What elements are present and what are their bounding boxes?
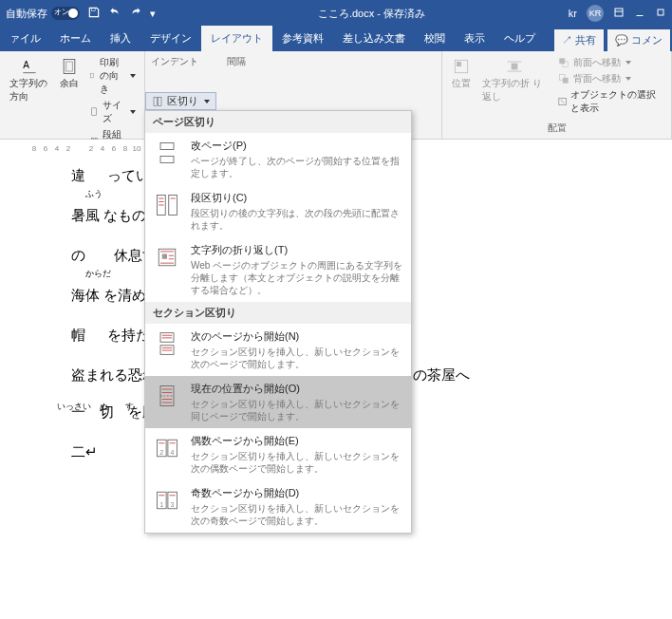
tab-review[interactable]: 校閲 [415,26,455,51]
next-page-section-item[interactable]: 次のページから開始(N)セクション区切りを挿入し、新しいセクションを次のページで… [145,324,411,376]
svg-rect-20 [160,143,174,150]
svg-text:1: 1 [159,501,163,508]
svg-rect-5 [66,62,73,71]
text-wrapping-break-item[interactable]: 文字列の折り返し(T)Web ページのオブジェクトの周囲にある文字列を分離します… [145,237,411,302]
user-avatar[interactable]: KR [587,5,604,22]
text-wrap-break-icon [153,243,181,272]
svg-rect-21 [160,157,174,163]
ribbon-tabs: ァイル ホーム 挿入 デザイン レイアウト 参考資料 差し込み文書 校閲 表示 … [0,27,672,51]
page-break-item[interactable]: 改ページ(P)ページが終了し、次のページが開始する位置を指定します。 [145,133,411,185]
odd-page-icon: 13 [153,486,181,515]
dropdown-header-page-breaks: ページ区切り [145,111,411,133]
size-button[interactable]: サイズ [86,98,139,126]
comment-button[interactable]: 💬 コメン [607,29,670,51]
odd-page-section-item[interactable]: 13 奇数ページから開始(D)セクション区切りを挿入し、新しいセクションを次の奇… [145,480,411,533]
tab-insert[interactable]: 挿入 [101,26,140,51]
svg-text:3: 3 [171,501,175,508]
redo-icon[interactable] [129,6,142,21]
svg-rect-6 [91,73,94,77]
breaks-dropdown: 区切り ページ区切り 改ページ(P)ページが終了し、次のページが開始する位置を指… [144,110,412,534]
svg-rect-11 [457,62,461,66]
tab-help[interactable]: ヘルプ [495,26,545,51]
position-button[interactable]: 位置 [448,55,475,116]
selection-pane-button[interactable]: オブジェクトの選択と表示 [554,87,665,116]
tab-file[interactable]: ァイル [0,26,50,51]
page-break-icon [153,139,181,167]
indent-label: インデント [151,55,198,68]
svg-rect-1 [615,9,623,16]
ribbon: A 文字列の 方向 余白 印刷の向き サイズ 段組み ページ設定 インデント 間… [0,51,672,140]
orientation-button[interactable]: 印刷の向き [86,55,139,97]
svg-rect-2 [658,9,663,15]
svg-rect-12 [512,64,518,70]
continuous-section-item[interactable]: 現在の位置から開始(O)セクション区切りを挿入し、新しいセクションを同じページで… [145,376,411,428]
maximize-icon[interactable] [655,7,666,20]
svg-rect-19 [159,97,162,105]
svg-text:2: 2 [159,449,163,456]
svg-rect-13 [559,58,565,64]
tab-references[interactable]: 参考資料 [272,26,333,51]
minimize-icon[interactable] [634,7,645,20]
tab-design[interactable]: デザイン [140,26,201,51]
tab-view[interactable]: 表示 [455,26,495,51]
even-page-icon: 24 [153,434,181,462]
group-label-arrange: 配置 [448,122,665,135]
toggle-switch[interactable]: オン [51,7,80,20]
wrap-text-button[interactable]: 文字列の折 り返し [478,55,551,116]
undo-icon[interactable] [108,6,121,21]
svg-rect-25 [162,254,167,259]
document-title: こころ.docx - 保存済み [175,7,569,21]
quick-access-toolbar: ▾ [87,6,156,21]
breaks-button[interactable]: 区切り [145,92,216,110]
svg-rect-15 [563,78,569,84]
autosave-label: 自動保存 [6,7,47,21]
column-break-icon [153,191,181,219]
svg-rect-18 [154,97,158,105]
svg-text:4: 4 [171,449,175,456]
dropdown-header-section-breaks: セクション区切り [145,302,411,324]
tab-home[interactable]: ホーム [50,26,101,51]
svg-rect-7 [92,108,97,115]
next-page-icon [153,329,181,358]
tab-layout[interactable]: レイアウト [201,26,272,51]
share-button[interactable]: ↗ 共有 [554,29,604,51]
user-initials: kr [569,8,577,19]
svg-text:A: A [23,60,29,70]
send-backward-button[interactable]: 背面へ移動 [554,71,665,86]
ribbon-options-icon[interactable] [613,7,625,20]
column-break-item[interactable]: 段区切り(C)段区切りの後の文字列は、次の段の先頭に配置されます。 [145,185,411,237]
save-icon[interactable] [87,6,101,21]
even-page-section-item[interactable]: 24 偶数ページから開始(E)セクション区切りを挿入し、新しいセクションを次の偶… [145,428,411,480]
continuous-icon [153,382,181,410]
bring-forward-button[interactable]: 前面へ移動 [554,55,665,70]
autosave-toggle[interactable]: 自動保存 オン [6,7,80,21]
title-bar: 自動保存 オン ▾ こころ.docx - 保存済み kr KR [0,0,672,27]
tab-mailings[interactable]: 差し込み文書 [333,26,415,51]
spacing-label: 間隔 [227,55,246,68]
